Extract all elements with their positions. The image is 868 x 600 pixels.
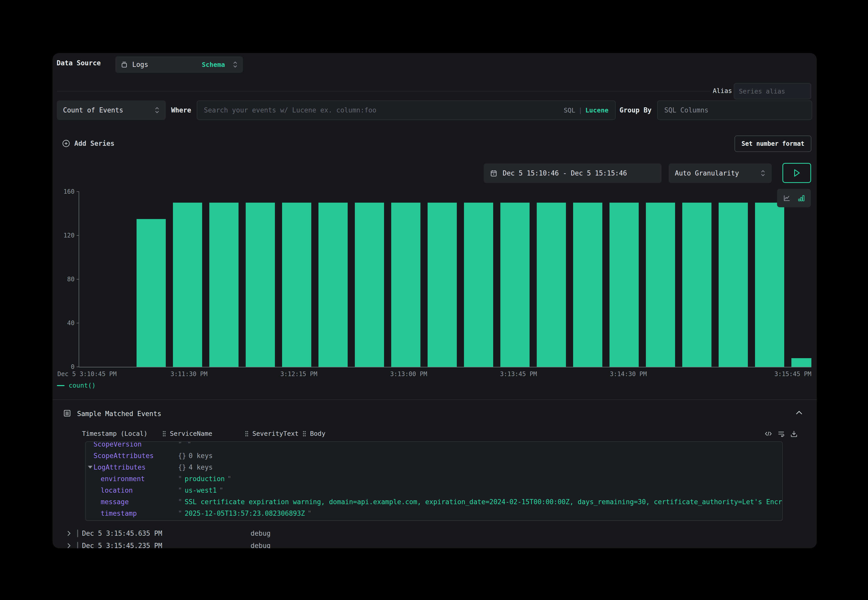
drag-grip-icon[interactable] [302,430,306,437]
detail-row-timestamp[interactable]: timestamp"2025-12-05T13:57:23.082306893Z… [86,508,782,519]
y-tick-mark [77,279,79,279]
column-header-severitytext[interactable]: SeverityText [252,429,299,438]
event-row[interactable]: Dec 5 3:15:45.235 PMdebug [53,540,817,548]
time-range-picker[interactable]: Dec 5 15:10:46 - Dec 5 15:15:46 [484,164,662,183]
app-background: Data Source Logs Schema Alias Series ali… [0,0,868,600]
x-tick-label: 3:13:00 PM [370,370,447,377]
alias-input[interactable]: Series alias [734,83,811,99]
bar-18 [791,358,811,367]
detail-row-message[interactable]: message"SSL certificate expiration warni… [86,496,782,508]
chevron-updown-icon [233,61,238,68]
event-detail-panel: ScopeVersion""ScopeAttributes{}0 keysLog… [85,441,783,521]
collapse-section-button[interactable] [795,410,803,415]
detail-row-location[interactable]: location"us-west1" [86,485,782,496]
sql-mode-toggle[interactable]: SQL [564,106,575,114]
search-placeholder: Search your events w/ Lucene ex. column:… [204,106,376,114]
detail-row-LogAttributes[interactable]: LogAttributes{}4 keys [86,461,782,473]
detail-value: "" [178,441,191,448]
events-section-divider [53,399,817,400]
y-tick-label: 120 [53,232,74,239]
bar-13 [609,203,639,367]
bar-chart-icon[interactable] [798,194,805,202]
data-source-label: Data Source [57,57,101,69]
bar-15 [682,203,712,367]
detail-row-ScopeAttributes[interactable]: ScopeAttributes{}0 keys [86,450,782,461]
bar-1 [173,203,202,367]
event-timestamp: Dec 5 3:15:45.635 PM [82,528,162,539]
y-tick-label: 160 [53,188,74,195]
chart-bars [79,192,811,367]
run-query-button[interactable] [782,163,811,183]
y-tick-label: 80 [53,276,74,283]
bar-5 [318,203,348,367]
aggregation-select[interactable]: Count of Events [57,100,166,120]
bar-17 [755,203,784,367]
bar-8 [427,203,457,367]
sample-matched-events-title: Sample Matched Events [77,409,161,419]
group-by-placeholder: SQL Columns [664,106,708,114]
drag-grip-icon[interactable] [162,430,166,437]
add-series-label: Add Series [74,139,115,147]
detail-row-ScopeVersion[interactable]: ScopeVersion"" [86,441,782,450]
x-tick-label: 3:13:45 PM [480,370,557,377]
bar-4 [282,203,311,367]
bar-2 [209,203,238,367]
bar-chart-plot: 04080120160 Dec 5 3:10:45 PM3:11:30 PM3:… [79,192,811,367]
y-tick-mark [77,367,79,367]
code-view-icon[interactable] [764,430,773,438]
detail-key: environment [101,475,145,483]
column-header-servicename[interactable]: ServiceName [170,429,212,438]
detail-key: timestamp [101,509,137,517]
data-source-value: Logs [132,61,148,68]
column-header-body[interactable]: Body [310,429,326,438]
bar-10 [500,203,530,367]
event-timestamp: Dec 5 3:15:45.235 PM [82,540,162,548]
detail-row-environment[interactable]: environment"production" [86,473,782,485]
detail-value: "production" [178,475,231,483]
bar-7 [391,203,420,367]
alias-divider [57,91,710,91]
x-tick-label: 3:11:30 PM [151,370,227,377]
download-icon[interactable] [790,430,798,438]
bar-11 [537,203,566,367]
detail-value: "2025-12-05T13:57:23.082306893Z" [178,509,312,517]
y-tick-mark [77,235,79,236]
detail-key: ScopeAttributes [94,452,154,460]
add-series-button[interactable]: Add Series [62,138,115,149]
detail-value: {}0 keys [178,452,213,460]
line-chart-icon[interactable] [783,194,791,202]
bar-6 [355,203,384,367]
chart-builder-card: Data Source Logs Schema Alias Series ali… [53,53,817,548]
expand-row-icon[interactable] [67,530,71,537]
circle-plus-icon [62,139,70,148]
caret-down-icon[interactable] [88,466,92,468]
x-tick-label: 3:12:15 PM [260,370,337,377]
severity-indicator [77,530,78,537]
event-row[interactable]: Dec 5 3:15:45.635 PMdebug [53,528,817,539]
set-number-format-button[interactable]: Set number format [735,135,811,152]
chart-legend[interactable]: count() [57,382,95,389]
granularity-select[interactable]: Auto Granularity [669,164,772,183]
play-icon [793,168,801,177]
lucene-mode-toggle[interactable]: Lucene [585,106,609,114]
detail-key: ScopeVersion [94,441,142,448]
schema-link[interactable]: Schema [202,61,225,68]
detail-key: location [101,486,133,494]
group-by-label: Group By [620,104,651,116]
where-label: Where [171,104,191,116]
bar-3 [246,203,275,367]
x-tick-label: 3:14:30 PM [590,370,667,377]
event-severity: debug [251,528,271,539]
expand-row-icon[interactable] [67,542,71,548]
bar-0 [136,219,166,367]
data-source-select[interactable]: Logs Schema [115,56,243,73]
drag-grip-icon[interactable] [245,430,249,437]
alias-label: Alias [713,85,732,97]
wrap-text-icon[interactable] [777,430,785,438]
y-tick-label: 40 [53,320,74,327]
column-header-timestamp[interactable]: Timestamp (Local) [82,429,148,438]
calendar-icon [490,169,498,177]
x-tick-label: 3:15:45 PM [774,370,812,377]
group-by-input[interactable]: SQL Columns [657,100,812,120]
search-input[interactable]: Search your events w/ Lucene ex. column:… [197,100,616,120]
